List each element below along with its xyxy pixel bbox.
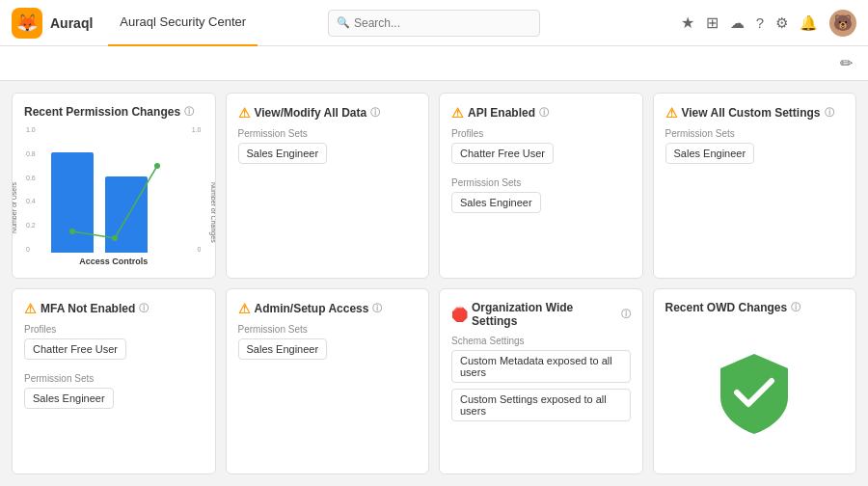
card-org-wide: 🛑 Organization Wide Settings ⓘ Schema Se… bbox=[439, 288, 643, 474]
org-item-1: Custom Settings exposed to all users bbox=[451, 389, 631, 421]
chart-bars bbox=[51, 147, 186, 253]
org-section1: Schema Settings Custom Metadata exposed … bbox=[451, 336, 631, 427]
avatar[interactable]: 🐻 bbox=[829, 10, 856, 37]
active-tab[interactable]: Auraql Security Center bbox=[108, 0, 258, 46]
edit-button[interactable]: ✏ bbox=[840, 54, 853, 72]
card-mfa: ⚠ MFA Not Enabled ⓘ Profiles Chatter Fre… bbox=[12, 288, 216, 474]
info-icon-mfa[interactable]: ⓘ bbox=[139, 302, 149, 315]
mfa-item-1: Sales Engineer bbox=[24, 388, 114, 409]
danger-icon-org: 🛑 bbox=[451, 307, 468, 322]
org-item-0: Custom Metadata exposed to all users bbox=[451, 350, 631, 383]
custom-section1: Permission Sets Sales Engineer bbox=[665, 128, 845, 170]
y-right-label: Number of Changes bbox=[210, 182, 216, 243]
search-bar: 🔍 bbox=[328, 10, 540, 37]
toolbar: ✏ bbox=[0, 46, 868, 81]
view-modify-section1-label: Permission Sets bbox=[238, 128, 418, 139]
custom-title: View All Custom Settings bbox=[682, 106, 821, 120]
api-section2-label: Permission Sets bbox=[451, 177, 631, 188]
mfa-item-0: Chatter Free User bbox=[24, 338, 126, 360]
svg-point-1 bbox=[112, 235, 118, 241]
warn-icon-admin: ⚠ bbox=[238, 301, 251, 316]
api-title: API Enabled bbox=[468, 106, 535, 120]
main-grid: Recent Permission Changes ⓘ 1.0 0.8 0.6 … bbox=[0, 81, 868, 486]
card-title-org: 🛑 Organization Wide Settings ⓘ bbox=[451, 301, 631, 328]
view-modify-item-0: Sales Engineer bbox=[238, 143, 328, 164]
search-icon: 🔍 bbox=[337, 16, 350, 29]
card-title-api: ⚠ API Enabled ⓘ bbox=[451, 105, 631, 121]
card-title-owd: Recent OWD Changes ⓘ bbox=[665, 301, 801, 314]
api-section1: Profiles Chatter Free User bbox=[451, 128, 631, 170]
info-icon-view-modify[interactable]: ⓘ bbox=[370, 106, 380, 120]
recent-permissions-title: Recent Permission Changes bbox=[24, 105, 180, 119]
help-icon[interactable]: ? bbox=[756, 14, 764, 31]
line-chart bbox=[51, 147, 186, 253]
custom-section1-label: Permission Sets bbox=[665, 128, 845, 139]
mfa-section2: Permission Sets Sales Engineer bbox=[24, 373, 203, 415]
app-name: Auraql bbox=[50, 15, 93, 31]
card-title-recent-permissions: Recent Permission Changes ⓘ bbox=[24, 105, 203, 119]
api-section1-label: Profiles bbox=[451, 128, 631, 139]
info-icon-custom[interactable]: ⓘ bbox=[825, 106, 834, 120]
warn-icon-api: ⚠ bbox=[451, 105, 464, 121]
card-title-mfa: ⚠ MFA Not Enabled ⓘ bbox=[24, 301, 203, 316]
mfa-section1-label: Profiles bbox=[24, 324, 203, 335]
card-title-admin: ⚠ Admin/Setup Access ⓘ bbox=[238, 301, 418, 316]
warn-icon-custom: ⚠ bbox=[665, 105, 678, 121]
info-icon-admin[interactable]: ⓘ bbox=[372, 302, 382, 315]
admin-item-0: Sales Engineer bbox=[238, 338, 328, 360]
admin-title: Admin/Setup Access bbox=[255, 302, 369, 315]
owd-shield-container bbox=[716, 322, 793, 462]
org-title: Organization Wide Settings bbox=[472, 301, 617, 328]
shield-svg bbox=[716, 349, 793, 436]
card-owd: Recent OWD Changes ⓘ bbox=[653, 288, 857, 474]
svg-point-2 bbox=[154, 163, 160, 169]
api-item-1: Sales Engineer bbox=[451, 192, 541, 213]
info-icon-recent-permissions[interactable]: ⓘ bbox=[184, 105, 194, 119]
view-modify-title: View/Modify All Data bbox=[255, 106, 367, 120]
y-axis-right: 1.0 0 bbox=[192, 126, 202, 253]
info-icon-api[interactable]: ⓘ bbox=[539, 106, 549, 120]
card-view-custom: ⚠ View All Custom Settings ⓘ Permission … bbox=[653, 93, 857, 279]
admin-section1: Permission Sets Sales Engineer bbox=[238, 324, 418, 365]
app-logo: 🦊 bbox=[12, 8, 42, 39]
y-left-label: Number of Users bbox=[12, 182, 17, 233]
card-title-custom: ⚠ View All Custom Settings ⓘ bbox=[665, 105, 845, 121]
api-item-0: Chatter Free User bbox=[451, 143, 554, 164]
settings-icon[interactable]: ⚙ bbox=[775, 14, 788, 32]
star-icon[interactable]: ★ bbox=[681, 14, 694, 32]
nav-icons: ★ ⊞ ☁ ? ⚙ 🔔 🐻 bbox=[681, 10, 856, 37]
warn-icon-mfa: ⚠ bbox=[24, 301, 37, 316]
warn-icon-view-modify: ⚠ bbox=[238, 105, 251, 121]
x-label: Access Controls bbox=[24, 256, 203, 266]
mfa-section2-label: Permission Sets bbox=[24, 373, 203, 384]
top-nav: 🦊 Auraql Auraql Security Center 🔍 ★ ⊞ ☁ … bbox=[0, 0, 868, 46]
grid-icon[interactable]: ⊞ bbox=[706, 14, 719, 32]
owd-title: Recent OWD Changes bbox=[665, 301, 788, 314]
custom-item-0: Sales Engineer bbox=[665, 143, 755, 164]
card-title-view-modify: ⚠ View/Modify All Data ⓘ bbox=[238, 105, 418, 121]
card-recent-permissions: Recent Permission Changes ⓘ 1.0 0.8 0.6 … bbox=[12, 93, 216, 279]
card-api-enabled: ⚠ API Enabled ⓘ Profiles Chatter Free Us… bbox=[439, 93, 643, 279]
view-modify-section1: Permission Sets Sales Engineer bbox=[238, 128, 418, 170]
card-view-modify: ⚠ View/Modify All Data ⓘ Permission Sets… bbox=[226, 93, 430, 279]
svg-point-0 bbox=[69, 229, 75, 234]
info-icon-org[interactable]: ⓘ bbox=[621, 308, 631, 321]
y-axis-left: 1.0 0.8 0.6 0.4 0.2 0 bbox=[26, 126, 36, 253]
org-section1-label: Schema Settings bbox=[451, 336, 631, 346]
cloud-icon[interactable]: ☁ bbox=[730, 14, 745, 32]
search-input[interactable] bbox=[354, 16, 531, 30]
mfa-title: MFA Not Enabled bbox=[41, 302, 135, 315]
api-section2: Permission Sets Sales Engineer bbox=[451, 177, 631, 219]
info-icon-owd[interactable]: ⓘ bbox=[791, 301, 800, 314]
mfa-section1: Profiles Chatter Free User bbox=[24, 324, 203, 365]
card-admin: ⚠ Admin/Setup Access ⓘ Permission Sets S… bbox=[226, 288, 430, 474]
notifications-icon[interactable]: 🔔 bbox=[800, 14, 818, 32]
admin-section1-label: Permission Sets bbox=[238, 324, 418, 335]
